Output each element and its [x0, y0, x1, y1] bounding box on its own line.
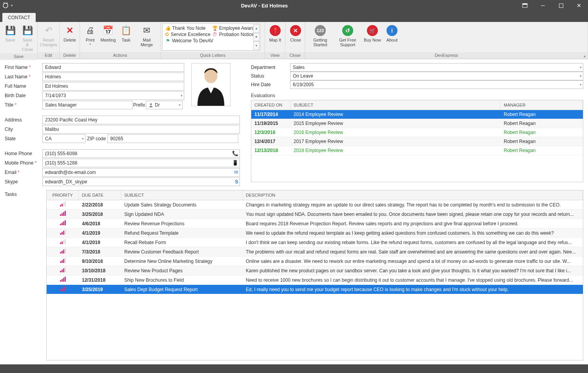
group-label-quick-letters: Quick Letters: [161, 52, 265, 59]
group-label-actions: Actions: [80, 52, 160, 59]
priority-icon: [60, 268, 66, 272]
ribbon-tabs: CONTACT: [0, 11, 588, 22]
task-row[interactable]: 7/3/2018Review Customer Feedback ReportT…: [47, 247, 583, 257]
phone-icon[interactable]: 📞: [232, 150, 238, 156]
evaluations-grid[interactable]: CREATED ON SUBJECT MANAGER 11/17/2014201…: [251, 100, 583, 182]
ql-service-excellence[interactable]: ✪Service Excellence: [164, 31, 211, 38]
state-select[interactable]: [42, 134, 85, 143]
label-prefix: Prefix: [132, 102, 146, 108]
status-select[interactable]: [290, 72, 583, 80]
zip-input[interactable]: [107, 134, 238, 143]
first-name-input[interactable]: [42, 63, 184, 72]
maximize-button[interactable]: [552, 0, 570, 11]
task-row[interactable]: 9/10/2018Determine New Online Marketing …: [47, 257, 583, 266]
ql-probation[interactable]: ⏱Probation Notice: [211, 31, 258, 38]
gallery-up[interactable]: ▲: [253, 24, 260, 33]
label-title: Title: [5, 102, 42, 108]
minimize-button[interactable]: ─: [534, 0, 552, 11]
ql-employee-award[interactable]: 🏆Employee Award: [211, 25, 258, 31]
home-phone-input[interactable]: [42, 149, 240, 158]
task-row[interactable]: 12/31/2018Ship New Brochures to FieldNee…: [47, 275, 583, 285]
get-support-button[interactable]: ↺Get Free Support: [334, 23, 361, 51]
about-button[interactable]: iAbout: [383, 23, 401, 51]
getting-started-button[interactable]: 123Getting Started: [307, 23, 334, 51]
svg-point-4: [150, 103, 152, 105]
label-mobile-phone: Mobile Phone: [5, 160, 42, 166]
cart-icon: 🛒: [367, 25, 378, 36]
task-row[interactable]: 2/22/2018Update Sales Strategy Documents…: [47, 200, 583, 210]
evaluation-row[interactable]: 11/17/20142014 Employee ReviewRobert Rea…: [251, 110, 583, 119]
group-label-view: View: [265, 52, 285, 59]
task-button[interactable]: 📋Task: [118, 23, 135, 51]
close-icon: ✕: [290, 25, 301, 36]
quick-letters-gallery[interactable]: 👍Thank You Note 🏆Employee Award ✪Service…: [162, 24, 260, 51]
window-title: DevAV - Ed Holmes: [13, 3, 516, 9]
col-description[interactable]: DESCRIPTION: [243, 190, 583, 200]
col-priority[interactable]: PRIORITY: [47, 190, 79, 200]
collapse-ribbon-icon[interactable]: ▴: [584, 54, 586, 58]
skype-input[interactable]: [42, 177, 240, 186]
address-input[interactable]: [42, 116, 240, 124]
delete-button[interactable]: ✕Delete: [61, 23, 78, 51]
print-button[interactable]: 🖨Print▾: [82, 23, 99, 51]
close-button[interactable]: ✕Close: [287, 23, 304, 51]
title-input[interactable]: [42, 101, 132, 109]
email-icon[interactable]: ✉: [234, 169, 238, 175]
mobile-icon[interactable]: 📱: [232, 160, 238, 166]
trophy-icon: 🏆: [212, 25, 218, 31]
task-row[interactable]: 10/10/2018Review New Product PagesKaren …: [47, 266, 583, 275]
ribbon-display-icon[interactable]: [516, 0, 534, 11]
task-row[interactable]: 4/6/2018Review Revenue ProjectionsBoard …: [47, 219, 583, 228]
task-row[interactable]: 3/25/2019Sales Dept Budget Request Repor…: [47, 285, 583, 294]
full-name-input[interactable]: [42, 82, 184, 91]
city-input[interactable]: [42, 125, 240, 134]
label-first-name: First Name: [5, 65, 42, 70]
email-input[interactable]: [42, 168, 240, 177]
birth-date-input[interactable]: [42, 91, 184, 100]
priority-icon: [60, 258, 66, 263]
last-name-input[interactable]: [42, 72, 184, 81]
close-window-button[interactable]: ✕: [570, 0, 588, 11]
calendar-icon: 📅: [103, 25, 114, 36]
col-subject[interactable]: SUBJECT: [290, 100, 501, 110]
save-button[interactable]: 💾Save: [2, 23, 19, 53]
evaluation-row[interactable]: 12/13/20182018 Employee ReviewRobert Rea…: [251, 146, 583, 155]
flag-icon: ⚑: [165, 38, 171, 43]
contact-photo[interactable]: [191, 63, 230, 106]
col-due-date[interactable]: DUE DATE: [79, 190, 121, 200]
meeting-button[interactable]: 📅Meeting: [99, 23, 118, 51]
save-close-button[interactable]: 💾Save & Close: [19, 23, 36, 53]
mobile-phone-input[interactable]: [42, 159, 240, 167]
evaluation-row[interactable]: 11/19/20152015 Employee ReviewRobert Rea…: [251, 119, 583, 128]
app-logo-icon: [2, 2, 9, 9]
department-select[interactable]: [290, 63, 583, 72]
col-manager[interactable]: MANAGER: [501, 100, 583, 110]
ql-welcome[interactable]: ⚑Welcome To DevAV: [164, 38, 258, 44]
hire-date-input[interactable]: [290, 80, 583, 89]
tasks-grid[interactable]: PRIORITY DUE DATE SUBJECT DESCRIPTION 2/…: [46, 190, 583, 360]
reset-changes-button[interactable]: ↶Reset Changes: [39, 23, 58, 51]
label-address: Address: [5, 117, 42, 123]
label-state: State: [5, 136, 42, 141]
buy-now-button[interactable]: 🛒Buy Now: [361, 23, 383, 51]
ql-thank-you[interactable]: 👍Thank You Note: [164, 25, 211, 31]
label-birth-date: Birth Date: [5, 93, 42, 98]
task-row[interactable]: 3/25/2018Sign Updated NDAYou must sign u…: [47, 210, 583, 219]
status-bar: [0, 364, 588, 373]
mail-merge-button[interactable]: ✉Mail Merge: [135, 23, 159, 51]
evaluation-row[interactable]: 12/4/20172017 Employee ReviewRobert Reag…: [251, 137, 583, 146]
task-row[interactable]: 4/1/2019Recall Rebate FormI don't think …: [47, 238, 583, 247]
tab-contact[interactable]: CONTACT: [2, 13, 36, 22]
map-pin-icon: 📍: [270, 25, 281, 36]
evaluation-row[interactable]: 12/3/20162016 Employee ReviewRobert Reag…: [251, 128, 583, 137]
gallery-expand[interactable]: ▾: [253, 41, 260, 50]
task-row[interactable]: 4/1/2019Refund Request TemplateWe need t…: [47, 228, 583, 238]
undo-icon: ↶: [43, 25, 54, 36]
skype-icon[interactable]: S: [235, 179, 238, 185]
label-zip: ZIP code: [85, 136, 107, 141]
col-created-on[interactable]: CREATED ON: [251, 100, 290, 110]
map-it-button[interactable]: 📍Map It: [267, 23, 284, 51]
col-task-subject[interactable]: SUBJECT: [121, 190, 243, 200]
gallery-down[interactable]: ▼: [253, 33, 260, 42]
prefix-select[interactable]: Dr▾: [146, 101, 183, 109]
